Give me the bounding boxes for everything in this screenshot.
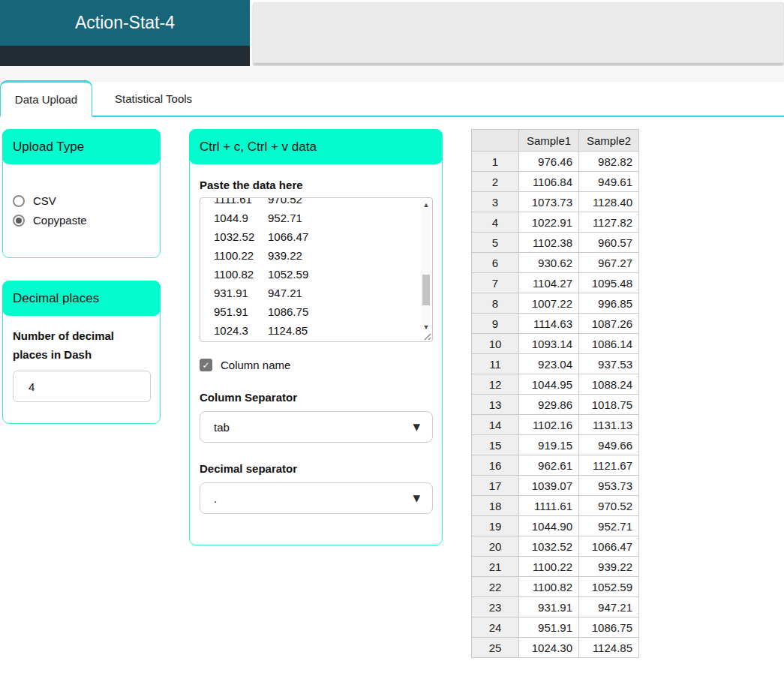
table-row: 171039.07953.73: [472, 476, 639, 496]
upload-type-card: Upload Type CSV Copypaste: [2, 129, 161, 258]
tab-data-upload-label: Data Upload: [15, 93, 77, 106]
cell-sample1: 1111.61: [519, 496, 579, 516]
radio-icon: [13, 215, 25, 227]
cell-sample1: 1104.27: [519, 273, 579, 293]
table-row: 6930.62967.27: [472, 253, 639, 273]
row-index: 15: [472, 435, 519, 455]
cell-sample2: 967.27: [579, 253, 639, 273]
cell-sample2: 1018.75: [579, 395, 639, 415]
textarea-scrollbar[interactable]: ▲ ▼: [421, 199, 431, 332]
chevron-down-icon: ▾: [413, 489, 420, 506]
paste-textarea-content: 1111.61970.521044.9952.711032.521066.471…: [200, 197, 432, 340]
resize-grip-icon[interactable]: [422, 332, 431, 341]
table-row: 221100.821052.59: [472, 577, 639, 597]
cell-sample1: 1024.30: [519, 638, 579, 658]
tab-statistical-tools[interactable]: Statistical Tools: [92, 81, 215, 116]
textarea-line: 1111.61970.52: [214, 197, 432, 209]
tab-data-upload[interactable]: Data Upload: [0, 80, 92, 117]
row-index: 20: [472, 536, 519, 557]
row-index: 2: [472, 172, 519, 192]
data-preview-table: Sample1 Sample2 1976.46982.8221106.84949…: [471, 129, 639, 658]
row-index: 7: [472, 273, 519, 293]
check-icon: ✓: [202, 360, 209, 371]
row-index: 24: [472, 617, 519, 638]
table-row: 71104.271095.48: [472, 273, 639, 293]
column-name-checkbox-label: Column name: [221, 359, 290, 371]
decimal-places-label: Number of decimal places in Dash: [13, 326, 133, 364]
row-index: 3: [472, 192, 519, 212]
cell-sample2: 953.73: [579, 476, 639, 496]
row-index: 6: [472, 253, 519, 273]
row-index: 5: [472, 233, 519, 253]
cell-sample1: 1100.82: [519, 577, 579, 597]
row-index: 4: [472, 212, 519, 233]
header-substrip: [0, 66, 784, 82]
paste-textarea[interactable]: 1111.61970.521044.9952.711032.521066.471…: [200, 197, 433, 342]
cell-sample2: 949.61: [579, 172, 639, 192]
row-index: 14: [472, 415, 519, 435]
cell-sample2: 1052.59: [579, 577, 639, 597]
scrollbar-thumb[interactable]: [422, 275, 430, 305]
table-row: 51102.38960.57: [472, 233, 639, 253]
cell-sample2: 970.52: [579, 496, 639, 516]
radio-csv[interactable]: CSV: [13, 194, 150, 207]
table-row: 11923.04937.53: [472, 354, 639, 374]
paste-here-label: Paste the data here: [200, 179, 432, 191]
table-row: 251024.301124.85: [472, 638, 639, 658]
cell-sample2: 982.82: [579, 152, 639, 172]
row-index: 10: [472, 334, 519, 354]
app-root: Action-Stat-4 Data Upload Statistical To…: [0, 0, 784, 688]
row-index: 9: [472, 314, 519, 334]
table-header: Sample1 Sample2: [472, 130, 639, 152]
cell-sample2: 939.22: [579, 557, 639, 577]
cell-sample2: 1124.85: [579, 638, 639, 658]
cell-sample1: 1007.22: [519, 293, 579, 314]
cell-sample2: 947.21: [579, 597, 639, 617]
cell-sample2: 1121.67: [579, 455, 639, 476]
scroll-down-icon[interactable]: ▼: [421, 323, 431, 331]
row-index: 17: [472, 476, 519, 496]
textarea-line: 1024.31124.85: [214, 321, 432, 340]
textarea-line: 1032.521066.47: [214, 227, 432, 246]
cell-sample1: 931.91: [519, 597, 579, 617]
radio-icon: [13, 195, 25, 207]
upload-type-title: Upload Type: [13, 140, 84, 155]
cell-sample1: 951.91: [519, 617, 579, 638]
app-banner: Action-Stat-4: [0, 0, 250, 46]
column-name-checkbox[interactable]: ✓ Column name: [200, 359, 432, 371]
decimal-separator-select[interactable]: . ▾: [200, 482, 433, 514]
cell-sample1: 929.86: [519, 395, 579, 415]
row-index: 1: [472, 152, 519, 172]
column-header-sample1: Sample1: [519, 130, 579, 152]
decimal-places-input[interactable]: [13, 371, 151, 402]
row-index: 8: [472, 293, 519, 314]
textarea-line: 1044.9952.71: [214, 209, 432, 227]
cell-sample1: 1073.73: [519, 192, 579, 212]
table-row: 181111.61970.52: [472, 496, 639, 516]
table-row: 41022.911127.82: [472, 212, 639, 233]
cell-sample2: 1066.47: [579, 536, 639, 557]
cell-sample2: 1127.82: [579, 212, 639, 233]
table-row: 21106.84949.61: [472, 172, 639, 192]
radio-copypaste[interactable]: Copypaste: [13, 214, 150, 227]
paste-data-title: Ctrl + c, Ctrl + v data: [200, 140, 317, 155]
cell-sample1: 930.62: [519, 253, 579, 273]
row-index: 21: [472, 557, 519, 577]
chevron-down-icon: ▾: [413, 418, 420, 435]
column-separator-select[interactable]: tab ▾: [200, 411, 433, 443]
table-row: 201032.521066.47: [472, 536, 639, 557]
table-row: 141102.161131.13: [472, 415, 639, 435]
table-row: 121044.951088.24: [472, 374, 639, 395]
column-header-sample2: Sample2: [579, 130, 639, 152]
table-row: 31073.731128.40: [472, 192, 639, 212]
cell-sample2: 1087.26: [579, 314, 639, 334]
scroll-up-icon[interactable]: ▲: [421, 201, 431, 209]
table-row: 1976.46982.82: [472, 152, 639, 172]
cell-sample2: 1086.75: [579, 617, 639, 638]
cell-sample2: 960.57: [579, 233, 639, 253]
cell-sample1: 962.61: [519, 455, 579, 476]
row-index: 11: [472, 354, 519, 374]
row-index: 12: [472, 374, 519, 395]
cell-sample1: 1044.90: [519, 516, 579, 536]
table-row: 81007.22996.85: [472, 293, 639, 314]
